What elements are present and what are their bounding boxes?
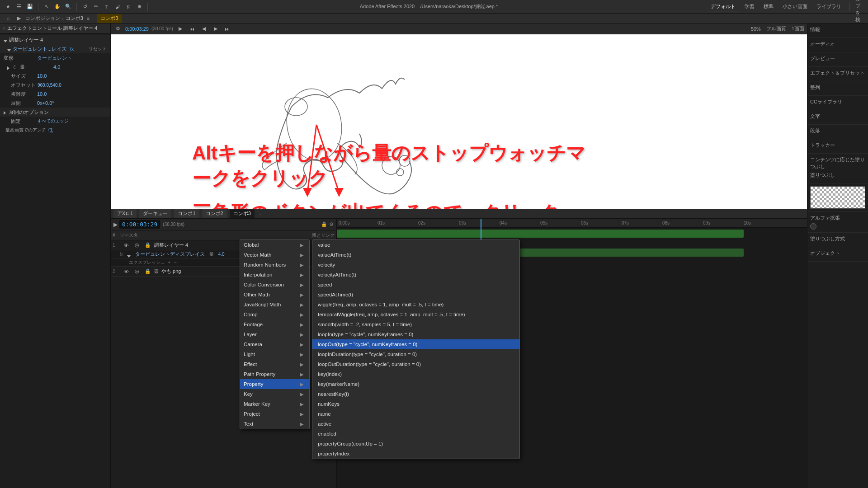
puppet-tool[interactable]: ⊕	[135, 2, 144, 11]
home-icon[interactable]: ⌂	[4, 14, 13, 23]
preview-view[interactable]: 1画面	[792, 25, 804, 32]
submenu-loopinduration[interactable]: loopInDuration(type = "cycle", duration …	[312, 349, 519, 359]
save-icon[interactable]: 💾	[25, 2, 34, 11]
submenu-speed[interactable]: speed	[312, 280, 519, 290]
submenu-valueattime[interactable]: valueAtTime(t)	[312, 250, 519, 260]
layer-lock-1[interactable]: 🔒	[143, 241, 152, 250]
preview-quality[interactable]: フル画質	[766, 25, 786, 32]
timeline-menu-icon[interactable]: ≡	[259, 211, 262, 216]
preview-zoom-label[interactable]: 50%	[751, 26, 761, 32]
preview-last-frame[interactable]: ⏭	[223, 24, 232, 33]
submenu-velocityattime[interactable]: velocityAtTime(t)	[312, 270, 519, 280]
menu-marker-key[interactable]: Marker Key ▶	[240, 399, 309, 409]
submenu-key-index[interactable]: key(index)	[312, 369, 519, 379]
submenu-temporalwiggle[interactable]: temporalWiggle(freq, amp, octaves = 1, a…	[312, 310, 519, 319]
layer-solo-1[interactable]: ◎	[132, 241, 142, 250]
submenu-propertyindex[interactable]: propertyIndex	[312, 449, 519, 459]
submenu-wiggle[interactable]: wiggle(freq, amp, octaves = 1, amp_mult …	[312, 300, 519, 310]
preview-next-frame[interactable]: ▶	[211, 24, 220, 33]
timeline-tab-darky[interactable]: ダーキュー	[139, 209, 171, 218]
alpha-circle[interactable]	[810, 223, 816, 230]
fix-value[interactable]: すべてのエッジ	[37, 118, 69, 124]
transform-value[interactable]: タービュレント	[37, 55, 72, 61]
submenu-propertygroup[interactable]: propertyGroup(countUp = 1)	[312, 439, 519, 449]
reset-label[interactable]: リセット	[89, 46, 107, 52]
layer-eye-2[interactable]: 👁	[122, 267, 131, 276]
brush-tool[interactable]: 🖌	[113, 2, 122, 11]
text-tool[interactable]: T	[102, 2, 111, 11]
new-project-icon[interactable]: ☰	[14, 2, 24, 11]
search-help[interactable]: 🔍 ヘルプを検索	[855, 2, 864, 11]
menu-text[interactable]: Text ▶	[240, 419, 309, 429]
submenu-name[interactable]: name	[312, 409, 519, 419]
submenu-loopoutduration[interactable]: loopOutDuration(type = "cycle", duration…	[312, 359, 519, 369]
comp-menu-icon[interactable]: ≡	[87, 16, 90, 21]
layer-solo-2[interactable]: ◎	[132, 267, 142, 276]
menu-vector-math[interactable]: Vector Math ▶	[240, 250, 309, 260]
timeline-settings[interactable]: ⚙	[329, 221, 334, 227]
submenu-enabled[interactable]: enabled	[312, 429, 519, 439]
submenu-velocity[interactable]: velocity	[312, 260, 519, 270]
timeline-time[interactable]: 0:00:03:29	[119, 220, 160, 229]
zoom-tool[interactable]: 🔍	[64, 2, 73, 11]
timeline-tab-comp3[interactable]: コンポ3	[230, 209, 255, 218]
submenu-nearestkey[interactable]: nearestKey(t)	[312, 389, 519, 399]
timeline-tab-comp1[interactable]: コンポ1	[174, 209, 199, 218]
menu-path-property[interactable]: Path Property ▶	[240, 369, 309, 379]
preview-first-frame[interactable]: ⏮	[188, 24, 197, 33]
workspace-standard[interactable]: 標準	[761, 2, 776, 11]
submenu-active[interactable]: active	[312, 419, 519, 429]
expand-value[interactable]: 0x+0.0°	[37, 100, 54, 106]
submenu-numkeys[interactable]: numKeys	[312, 399, 519, 409]
workspace-default[interactable]: デフォルト	[708, 2, 738, 11]
submenu-key-markername[interactable]: key(markerName)	[312, 379, 519, 389]
hand-tool[interactable]: ✋	[53, 2, 62, 11]
offset-value[interactable]: 960.0,540.0	[38, 83, 61, 88]
menu-javascript-math[interactable]: JavaScript Math ▶	[240, 300, 309, 310]
menu-footage[interactable]: Footage ▶	[240, 319, 309, 329]
media-icon[interactable]: ▶	[14, 14, 24, 23]
pen-tool[interactable]: ✏	[91, 2, 100, 11]
menu-layer[interactable]: Layer ▶	[240, 329, 309, 339]
timeline-play-icon[interactable]: ▶	[113, 221, 118, 228]
workspace-learn[interactable]: 学習	[742, 2, 757, 11]
submenu-smooth[interactable]: smooth(width = .2, samples = 5, t = time…	[312, 319, 519, 329]
menu-camera[interactable]: Camera ▶	[240, 339, 309, 349]
workspace-small[interactable]: 小さい画面	[780, 2, 810, 11]
submenu-loopout[interactable]: loopOut(type = "cycle", numKeyframes = 0…	[312, 339, 519, 349]
timeline-lock[interactable]: 🔒	[321, 221, 327, 227]
timeline-tab-comp2[interactable]: コンポ2	[202, 209, 227, 218]
preview-time-display[interactable]: 0:00:03:29	[125, 26, 149, 32]
menu-key[interactable]: Key ▶	[240, 389, 309, 399]
select-tool[interactable]: ↖	[42, 2, 51, 11]
preview-prev-frame[interactable]: ◀	[199, 24, 208, 33]
stopwatch-icon[interactable]: ⏱	[13, 65, 17, 70]
amount-value[interactable]: 4.0	[53, 64, 60, 70]
menu-global[interactable]: Global ▶	[240, 240, 309, 250]
amount-expand[interactable]	[7, 65, 11, 69]
menu-other-math[interactable]: Other Math ▶	[240, 290, 309, 300]
layer-eye-1[interactable]: 👁	[122, 241, 131, 250]
preview-play[interactable]: ▶	[176, 24, 185, 33]
collapse-icon[interactable]	[4, 38, 7, 42]
expand-options-icon[interactable]	[4, 110, 7, 114]
expand-icon[interactable]: ≡	[3, 26, 5, 31]
layer-lock-2[interactable]: 🔒	[143, 267, 152, 276]
comp3-tab[interactable]: コンポ3	[97, 14, 122, 23]
anti-value[interactable]: 低	[48, 127, 53, 134]
size-value[interactable]: 10.0	[37, 73, 47, 79]
menu-project[interactable]: Project ▶	[240, 409, 309, 419]
plugin-expand-icon[interactable]	[7, 47, 11, 51]
submenu-speedattime[interactable]: speedAtTime(t)	[312, 290, 519, 300]
preview-settings[interactable]: ⚙	[113, 24, 123, 33]
expr-code[interactable]: エクスプレッシ...	[129, 259, 164, 266]
submenu-value[interactable]: value	[312, 240, 519, 250]
menu-effect[interactable]: Effect ▶	[240, 359, 309, 369]
menu-comp[interactable]: Comp ▶	[240, 310, 309, 319]
menu-random-numbers[interactable]: Random Numbers ▶	[240, 260, 309, 270]
timeline-tab-axro[interactable]: アXロ1	[113, 209, 137, 218]
complexity-value[interactable]: 10.0	[37, 91, 47, 97]
menu-light[interactable]: Light ▶	[240, 349, 309, 359]
rotate-tool[interactable]: ↺	[80, 2, 90, 11]
submenu-loopin[interactable]: loopIn(type = "cycle", numKeyframes = 0)	[312, 329, 519, 339]
